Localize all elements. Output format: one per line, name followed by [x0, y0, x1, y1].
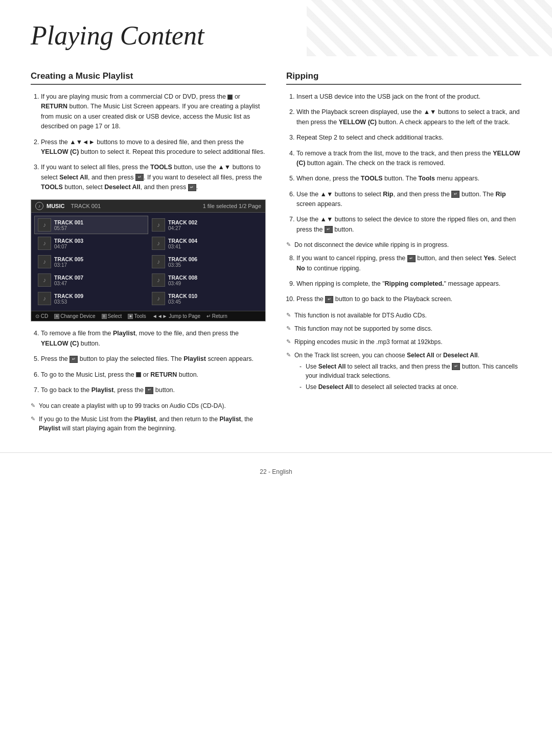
screen-header-left: ♪ MUSIC TRACK 001: [35, 202, 101, 210]
left-step-6: To go to the Music List, press the or RE…: [41, 370, 266, 380]
right-step-7: Use the ▲▼ buttons to select the device …: [296, 215, 521, 235]
left-step-1: If you are playing music from a commerci…: [41, 92, 266, 132]
right-step-1: Insert a USB device into the USB jack on…: [296, 92, 521, 102]
right-step-5: When done, press the TOOLS button. The T…: [296, 174, 521, 184]
left-note-1: You can create a playlist with up to 99 …: [31, 401, 266, 410]
right-note-disconnect: Do not disconnect the device while rippi…: [286, 240, 521, 249]
screen-music-label: MUSIC: [47, 203, 64, 209]
btn-a-icon: A: [54, 314, 59, 319]
right-step-10: Press the ↵ button to go back to the Pla…: [296, 294, 521, 304]
track-name-007: TRACK 007: [54, 274, 83, 281]
left-note-2: If you go to the Music List from the Pla…: [31, 415, 266, 433]
right-step-6: Use the ▲▼ buttons to select Rip, and th…: [296, 190, 521, 210]
track-item-002: TRACK 002 04:27: [148, 216, 262, 234]
footer-change-device-label: Change Device: [60, 313, 95, 319]
btn-b-icon: B: [102, 314, 107, 319]
track-name-002: TRACK 002: [168, 219, 197, 225]
enter-btn-r7: ↵: [325, 226, 333, 233]
left-steps-after: To remove a file from the Playlist, move…: [31, 329, 266, 395]
left-steps-list: If you are playing music from a commerci…: [31, 92, 266, 192]
content-area: Creating a Music Playlist If you are pla…: [0, 71, 552, 437]
footer-cd-label: ⊙ CD: [35, 313, 48, 319]
track-thumb-003: [38, 237, 51, 250]
track-item-006: TRACK 006 03:35: [148, 253, 262, 271]
track-item-009: TRACK 009 03:53: [34, 289, 148, 308]
track-thumb-008: [152, 273, 165, 287]
screen-track-label: TRACK 001: [71, 203, 101, 209]
enter-btn-icon3: ↵: [70, 356, 78, 363]
enter-btn-icon2: ↵: [188, 184, 196, 191]
track-info-004: TRACK 004 03:41: [168, 238, 197, 249]
page-title: Playing Content: [31, 20, 521, 51]
screen-tracks-grid: TRACK 001 05:57 TRACK 002 04:27: [31, 213, 265, 311]
track-thumb-005: [38, 255, 51, 268]
footer-return: ↵ Return: [206, 313, 227, 319]
enter-btn-icon4: ↵: [145, 387, 153, 394]
stop-icon: [227, 95, 233, 100]
track-thumb-007: [38, 273, 51, 287]
right-step-9: When ripping is complete, the "Ripping c…: [296, 279, 521, 289]
footer-jump: ◄◄► Jump to Page: [152, 313, 200, 319]
footer-return-label: ↵ Return: [206, 313, 227, 319]
left-step-3: If you want to select all files, press t…: [41, 163, 266, 192]
track-name-004: TRACK 004: [168, 238, 197, 244]
right-column: Ripping Insert a USB device into the USB…: [286, 71, 521, 437]
left-step-7: To go back to the Playlist, press the ↵ …: [41, 385, 266, 395]
footer-tools: ■ Tools: [128, 313, 146, 319]
track-thumb-006: [152, 255, 165, 268]
right-note-supported: This function may not be supported by so…: [286, 324, 521, 333]
track-name-006: TRACK 006: [168, 256, 197, 262]
right-steps-list-2: If you want to cancel ripping, press the…: [286, 254, 521, 305]
enter-btn-r8: ↵: [407, 255, 416, 262]
right-step-2: With the Playback screen displayed, use …: [296, 107, 521, 127]
page-number: 22 - English: [260, 468, 292, 475]
footer-select-label: Select: [108, 313, 122, 319]
right-note-mp3: Ripping encodes music in the .mp3 format…: [286, 337, 521, 347]
footer-change-device: A Change Device: [54, 313, 95, 319]
right-notes: This function is not available for DTS A…: [286, 311, 521, 392]
track-item-010: TRACK 010 03:45: [148, 289, 262, 308]
track-item-008: TRACK 008 03:49: [148, 271, 262, 289]
right-step-3: Repeat Step 2 to select and check additi…: [296, 133, 521, 143]
track-time-004: 03:41: [168, 244, 197, 249]
enter-btn-sa: ↵: [452, 363, 460, 370]
track-thumb-001: [38, 218, 51, 232]
right-subitem-deselectall: Use Deselect All to deselect all selecte…: [300, 382, 521, 392]
music-screen-icon: ♪: [35, 202, 43, 210]
right-step-8: If you want to cancel ripping, press the…: [296, 254, 521, 273]
page-footer: 22 - English: [0, 452, 552, 491]
screen-header: ♪ MUSIC TRACK 001 1 file selected 1/2 Pa…: [31, 200, 265, 213]
footer-jump-label: ◄◄► Jump to Page: [152, 313, 200, 319]
track-item-003: TRACK 003 04:07: [34, 234, 148, 253]
track-time-010: 03:45: [168, 299, 197, 305]
track-thumb-002: [152, 218, 165, 232]
left-notes: You can create a playlist with up to 99 …: [31, 401, 266, 433]
track-item-001: TRACK 001 05:57: [34, 216, 148, 234]
stop-icon2: [136, 372, 141, 377]
track-time-002: 04:27: [168, 225, 197, 231]
left-section-title: Creating a Music Playlist: [31, 71, 266, 85]
track-thumb-009: [38, 292, 51, 305]
right-subitem-selectall: Use Select All to select all tracks, and…: [300, 362, 521, 380]
left-step-5: Press the ↵ button to play the selected …: [41, 354, 266, 364]
track-info-009: TRACK 009 03:53: [54, 293, 83, 305]
track-thumb-010: [152, 292, 165, 305]
enter-btn-icon: ↵: [135, 174, 144, 181]
track-info-010: TRACK 010 03:45: [168, 293, 197, 305]
footer-cd: ⊙ CD: [35, 313, 48, 319]
track-info-005: TRACK 005 03:17: [54, 256, 83, 268]
track-time-009: 03:53: [54, 299, 83, 305]
track-name-001: TRACK 001: [54, 219, 83, 225]
screen-header-info: 1 file selected 1/2 Page: [203, 203, 261, 209]
track-time-008: 03:49: [168, 281, 197, 286]
left-step-2: Press the ▲▼◄► buttons to move to a desi…: [41, 138, 266, 157]
track-item-007: TRACK 007 03:47: [34, 271, 148, 289]
track-time-003: 04:07: [54, 244, 83, 249]
track-info-006: TRACK 006 03:35: [168, 256, 197, 268]
enter-btn-r10: ↵: [325, 296, 333, 303]
right-note-dts: This function is not available for DTS A…: [286, 311, 521, 320]
track-time-005: 03:17: [54, 262, 83, 268]
track-name-008: TRACK 008: [168, 274, 197, 281]
right-note-sublist: Use Select All to select all tracks, and…: [294, 362, 521, 392]
track-item-004: TRACK 004 03:41: [148, 234, 262, 253]
